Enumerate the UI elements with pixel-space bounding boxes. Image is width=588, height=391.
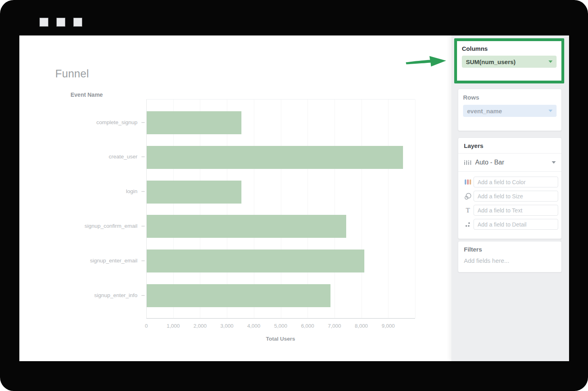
color-field-input[interactable] <box>474 177 558 187</box>
color-swatches-icon <box>462 179 474 185</box>
screenshot-frame: Funnel Event Name complete_signupcreate_… <box>0 0 588 391</box>
rows-section-title: Rows <box>463 94 557 101</box>
chart-title: Funnel <box>55 68 89 80</box>
text-field-row: T <box>462 205 558 216</box>
columns-section-title: Columns <box>462 45 557 52</box>
layers-section: Layers Auto - Bar <box>458 137 562 239</box>
gridline <box>362 100 362 318</box>
filters-section: Filters Add fields here... <box>458 241 562 272</box>
bar-chart-plot <box>146 99 415 319</box>
y-axis-label: signup_confirm_email <box>19 223 137 229</box>
y-axis-tick <box>141 156 145 157</box>
x-axis-tick-label: 8,000 <box>347 323 376 329</box>
app-window: Funnel Event Name complete_signupcreate_… <box>19 35 569 361</box>
x-axis-tick-label: 9,000 <box>374 323 403 329</box>
bar-complete_signup[interactable] <box>147 111 241 134</box>
bar-signup_enter_info[interactable] <box>147 284 330 307</box>
rows-section: Rows event_name <box>458 89 562 131</box>
y-axis-tick <box>141 191 145 192</box>
mark-type-selector[interactable]: Auto - Bar <box>458 154 561 172</box>
gridline <box>335 100 335 318</box>
mark-type-label: Auto - Bar <box>475 159 552 166</box>
y-axis-label: signup_enter_info <box>19 292 137 298</box>
y-axis-label: create_user <box>19 154 137 160</box>
detail-field-row <box>462 219 558 230</box>
gridline <box>415 100 416 318</box>
y-axis-tick <box>141 122 145 123</box>
x-axis-tick-label: 4,000 <box>239 323 268 329</box>
color-field-row <box>462 177 558 187</box>
bar-signup_enter_email[interactable] <box>147 250 364 272</box>
green-arrow-right-icon <box>404 52 449 70</box>
window-button[interactable] <box>56 18 65 27</box>
bar-signup_confirm_email[interactable] <box>147 215 346 238</box>
chevron-down-icon[interactable] <box>549 60 553 63</box>
y-axis-label: complete_signup <box>19 119 137 125</box>
detail-field-input[interactable] <box>474 219 558 230</box>
sidebar-panel: Columns SUM(num_users) Rows event_name L… <box>451 35 569 361</box>
annotation-highlight-box: Columns SUM(num_users) <box>454 38 564 83</box>
y-axis-label: login <box>19 188 137 194</box>
size-field-input[interactable] <box>474 191 558 202</box>
x-axis-tick-label: 0 <box>132 323 161 329</box>
bar-chart-icon <box>464 159 471 166</box>
rows-field-label: event_name <box>467 108 502 114</box>
x-axis-tick-label: 1,000 <box>159 323 188 329</box>
x-axis-tick-label: 5,000 <box>266 323 295 329</box>
y-axis-tick <box>141 226 145 227</box>
columns-field-pill[interactable]: SUM(num_users) <box>462 56 557 68</box>
window-button[interactable] <box>73 18 82 27</box>
y-axis-label: signup_enter_email <box>19 258 137 264</box>
text-field-input[interactable] <box>474 205 558 216</box>
x-axis-tick-label: 2,000 <box>185 323 214 329</box>
size-circles-icon <box>462 193 474 200</box>
layers-section-title: Layers <box>458 138 561 154</box>
y-axis-title: Event Name <box>71 92 103 98</box>
x-axis-tick-label: 7,000 <box>320 323 349 329</box>
y-axis-tick <box>141 295 145 296</box>
bar-login[interactable] <box>147 181 241 204</box>
y-axis-tick <box>141 260 145 261</box>
text-icon: T <box>462 207 474 214</box>
size-field-row <box>462 191 558 202</box>
detail-dots-icon <box>462 221 474 228</box>
filters-placeholder[interactable]: Add fields here... <box>464 257 556 264</box>
window-button[interactable] <box>39 18 48 27</box>
chevron-down-icon[interactable] <box>552 161 556 164</box>
x-axis-title: Total Users <box>240 336 321 342</box>
rows-field-pill[interactable]: event_name <box>463 105 557 117</box>
x-axis-tick-label: 6,000 <box>293 323 322 329</box>
bar-create_user[interactable] <box>147 146 403 169</box>
x-axis-tick-label: 3,000 <box>212 323 241 329</box>
chevron-down-icon[interactable] <box>549 110 553 112</box>
filters-section-title: Filters <box>464 246 556 253</box>
gridline <box>388 100 389 318</box>
columns-field-label: SUM(num_users) <box>466 58 515 65</box>
